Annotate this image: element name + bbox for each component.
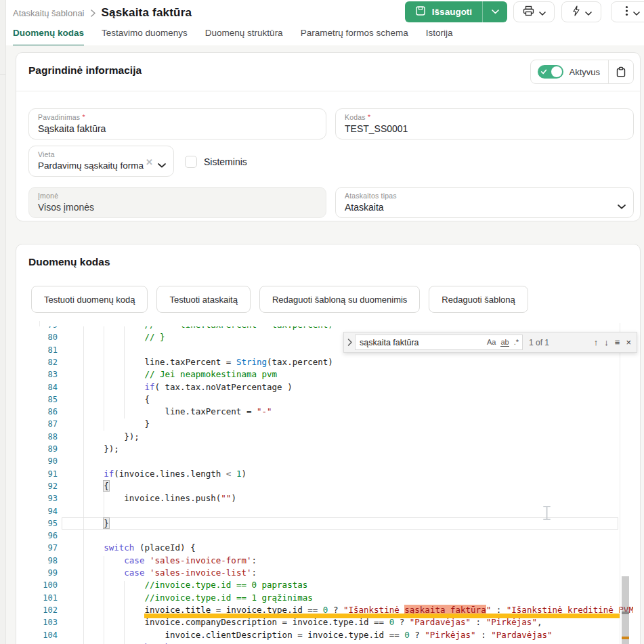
code-line-104[interactable]: 104 invoice.clientDescription = invoice.…	[39, 629, 633, 641]
code-text: // }	[63, 331, 165, 343]
page-title: Sąskaita faktūra	[102, 6, 192, 20]
code-field[interactable]: Kodas * TEST_SS0001	[335, 108, 634, 139]
text-cursor-pointer	[542, 505, 552, 523]
code-line-97[interactable]: 97 switch (placeId) {	[39, 542, 633, 554]
automation-button[interactable]	[561, 1, 601, 22]
line-number: 86	[39, 406, 58, 418]
code-line-96[interactable]: 96	[39, 530, 633, 542]
print-button[interactable]	[513, 1, 555, 22]
active-toggle[interactable]	[538, 65, 563, 79]
systemic-checkbox[interactable]	[185, 156, 197, 168]
save-split-button[interactable]: Išsaugoti	[405, 1, 507, 22]
whole-word-toggle[interactable]: ab	[500, 338, 509, 347]
code-line-86[interactable]: 86 line.taxPercent = "-"	[39, 406, 633, 418]
editor-right-border	[620, 323, 620, 644]
calendar-button[interactable]	[609, 60, 633, 83]
code-line-91[interactable]: 91 if(invoice.lines.length < 1)	[39, 468, 633, 480]
save-button-label: Išsaugoti	[432, 7, 472, 17]
tab-parametru-formos-schema[interactable]: Parametrų formos schema	[301, 25, 408, 45]
line-number: 85	[39, 393, 58, 406]
code-actions: Testuoti duomenų kodą Testuoti ataskaitą…	[31, 286, 528, 313]
report-type-select[interactable]: Ataskaitos tipas Ataskaita	[335, 187, 634, 218]
code-text: line.taxPercent = String(tax.percent)	[63, 356, 333, 368]
chevron-down-icon[interactable]	[618, 200, 626, 212]
edit-template-button[interactable]: Redaguoti šabloną	[429, 286, 528, 313]
breadcrumb-parent[interactable]: Ataskaitų šablonai	[13, 8, 85, 18]
code-line-93[interactable]: 93 invoice.lines.push("")	[39, 492, 633, 505]
line-number: 94	[39, 505, 58, 517]
chevron-down-icon	[539, 6, 546, 18]
test-report-button[interactable]: Testuoti ataskaitą	[156, 286, 250, 313]
code-editor[interactable]: 79 // line.taxPercent = tax.percent)80 /…	[39, 326, 633, 644]
match-case-toggle[interactable]: Aa	[487, 338, 496, 347]
more-actions-button[interactable]	[611, 1, 644, 22]
code-line-105[interactable]: 105 break;	[39, 641, 633, 644]
line-number: 81	[39, 344, 58, 356]
code-line-90[interactable]: 90	[39, 455, 633, 467]
code-line-87[interactable]: 87 }	[39, 418, 633, 430]
systemic-checkbox-label[interactable]: Sisteminis	[204, 156, 247, 167]
tab-istorija[interactable]: Istorija	[426, 25, 453, 45]
code-line-82[interactable]: 82 line.taxPercent = String(tax.percent)	[39, 356, 633, 368]
line-number: 90	[39, 455, 58, 467]
name-field-value[interactable]: Sąskaita faktūra	[38, 123, 106, 134]
line-number: 105	[39, 641, 58, 644]
printer-icon	[523, 5, 534, 19]
clear-icon[interactable]: ✕	[146, 157, 153, 167]
code-line-83[interactable]: 83 // Jei neapmokestinama pvm	[39, 368, 633, 381]
code-field-value[interactable]: TEST_SS0001	[345, 123, 408, 134]
edit-template-with-data-button[interactable]: Redaguoti šabloną su duomenimis	[259, 286, 420, 313]
line-number: 101	[39, 592, 58, 604]
save-dropdown-button[interactable]	[483, 1, 507, 22]
code-text: case 'sales-invoice-list':	[63, 567, 257, 579]
tab-duomenu-kodas[interactable]: Duomenų kodas	[13, 25, 84, 47]
main-info-card: Pagrindinė informacija Aktyvus Pavadinim…	[16, 52, 641, 221]
find-query[interactable]: sąskaita faktūra	[360, 338, 487, 347]
line-number: 84	[39, 381, 58, 393]
code-line-100[interactable]: 100 //invoice.type.id == 0 paprastas	[39, 579, 633, 591]
test-data-code-button[interactable]: Testuoti duomenų kodą	[31, 286, 148, 313]
code-line-101[interactable]: 101 //invoice.type.id == 1 grąžinimas	[39, 592, 633, 604]
code-line-84[interactable]: 84 if( tax.tax.noVatPercentage )	[39, 381, 633, 393]
find-in-selection-icon[interactable]: ≡	[615, 337, 620, 347]
tab-duomenu-struktura[interactable]: Duomenų struktūra	[205, 25, 283, 45]
code-line-79[interactable]: 79 // line.taxPercent = tax.percent)	[39, 326, 633, 331]
tab-testavimo-duomenys[interactable]: Testavimo duomenys	[102, 25, 188, 45]
collapsed-sidebar-strip[interactable]	[0, 0, 6, 644]
editor-scrollbar[interactable]	[622, 576, 629, 644]
save-button[interactable]: Išsaugoti	[405, 1, 482, 22]
card-title: Pagrindinė informacija	[28, 64, 142, 77]
tab-bar: Duomenų kodas Testavimo duomenys Duomenų…	[13, 25, 644, 46]
place-select[interactable]: Vieta Pardavimų sąskaitų forma ✕	[28, 146, 174, 177]
line-number: 93	[39, 492, 58, 505]
code-line-88[interactable]: 88 });	[39, 431, 633, 443]
code-line-89[interactable]: 89 });	[39, 443, 633, 455]
code-text: }	[63, 517, 110, 530]
save-icon	[415, 5, 426, 19]
company-field-value: Visos įmonės	[38, 202, 94, 213]
close-icon[interactable]: ×	[626, 337, 631, 347]
sidebar-divider	[0, 74, 5, 75]
code-text: // Jei neapmokestinama pvm	[63, 368, 277, 381]
code-line-99[interactable]: 99 case 'sales-invoice-list':	[39, 567, 633, 579]
code-text: //invoice.type.id == 1 grąžinimas	[63, 592, 313, 604]
highlight-underline-bar	[144, 614, 620, 618]
find-next-icon[interactable]: ↓	[604, 337, 609, 347]
code-text: if(invoice.lines.length < 1)	[63, 468, 246, 480]
chevron-down-icon[interactable]	[158, 158, 166, 171]
line-number: 79	[39, 326, 58, 331]
find-previous-icon[interactable]: ↑	[594, 337, 599, 347]
find-input[interactable]: sąskaita faktūra Aa ab .*	[355, 335, 523, 350]
card-header-divider	[16, 91, 640, 91]
code-field-label: Kodas	[345, 113, 366, 121]
code-text: // line.taxPercent = tax.percent)	[63, 326, 333, 331]
code-line-92[interactable]: 92 {	[39, 480, 633, 492]
name-field[interactable]: Pavadinimas * Sąskaita faktūra	[28, 108, 326, 139]
line-number: 103	[39, 616, 58, 628]
header: Ataskaitų šablonai Sąskaita faktūra Išsa…	[6, 0, 644, 45]
line-number: 89	[39, 443, 58, 455]
regex-toggle[interactable]: .*	[514, 338, 519, 347]
code-line-98[interactable]: 98 case 'sales-invoice-form':	[39, 555, 633, 567]
code-line-85[interactable]: 85 {	[39, 393, 633, 406]
toggle-replace-icon[interactable]	[344, 339, 355, 346]
